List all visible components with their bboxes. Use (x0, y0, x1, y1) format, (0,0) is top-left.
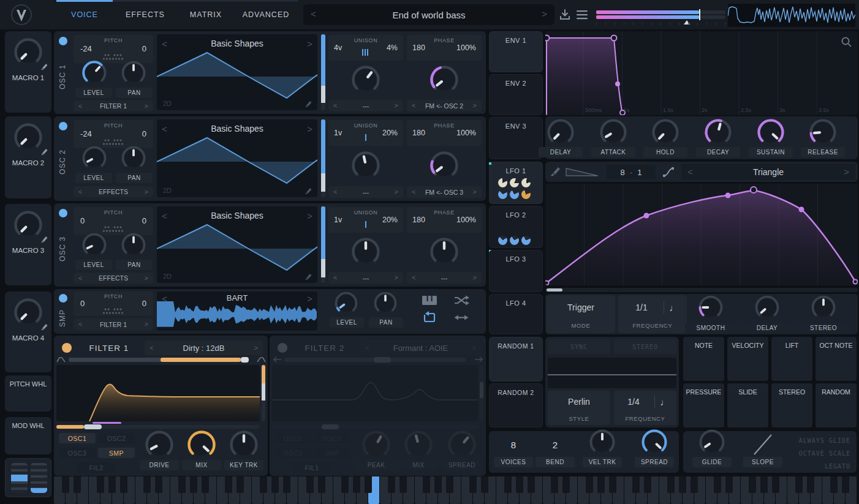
random-display[interactable] (548, 358, 676, 388)
edit-pencil-icon[interactable] (305, 272, 312, 280)
preset-name[interactable]: End of world bass (322, 4, 536, 25)
osc-2-unison-mod-knob[interactable] (352, 151, 380, 182)
wavetable-prev-icon[interactable] (162, 39, 167, 48)
paint-brush-icon[interactable] (550, 166, 562, 178)
piano-key-black[interactable] (446, 476, 453, 493)
osc-1-transpose[interactable]: -24 (80, 44, 92, 53)
filter-2-input-osc1[interactable]: OSC1 (274, 433, 311, 443)
tab-random-2[interactable]: RANDOM 2 (489, 383, 543, 427)
osc-3-unison-voices[interactable]: 1v (334, 216, 342, 224)
lfo-grid-y[interactable]: 1 (637, 168, 641, 177)
edit-pencil-icon[interactable] (40, 235, 48, 243)
osc-3-unison-detune[interactable]: 20% (382, 216, 398, 224)
mod-wheel[interactable] (31, 463, 47, 493)
chevron-right-icon[interactable] (473, 102, 477, 109)
osc-3-unison-box[interactable]: UNISON 1v 20% (328, 207, 403, 233)
lfo-display[interactable] (545, 184, 858, 285)
loop-icon[interactable] (422, 311, 437, 324)
filter-1-enable-button[interactable] (62, 343, 72, 353)
piano-key-black[interactable] (725, 476, 733, 493)
piano-key-black[interactable] (632, 476, 640, 493)
osc-3-wavetable-display[interactable]: Basic Shapes 2D (157, 206, 317, 283)
filter-2-input-fil1[interactable]: FIL1 (293, 462, 331, 473)
osc-2-mod-b-selector[interactable]: FM <- OSC 3 (407, 186, 482, 198)
voice-spread-knob[interactable] (641, 429, 667, 457)
lfo-stereo-knob[interactable] (811, 295, 836, 322)
osc-2-routing-selector[interactable]: EFFECTS (74, 186, 153, 197)
piano-key-black[interactable] (155, 476, 162, 493)
piano-key-black[interactable] (271, 476, 279, 493)
piano-key-black[interactable] (178, 476, 186, 493)
piano-key-black[interactable] (830, 476, 838, 493)
osc-1-pan-knob[interactable] (121, 61, 146, 88)
piano-key-black[interactable] (679, 476, 686, 493)
piano-key-black[interactable] (202, 476, 209, 493)
piano-key-black[interactable] (528, 476, 535, 493)
lfo-frequency-value[interactable]: 1/1 (623, 301, 660, 314)
osc-1-level-knob[interactable] (82, 61, 107, 88)
lfo-smooth-knob[interactable] (698, 295, 723, 322)
smp-level-knob[interactable] (335, 291, 358, 317)
piano-key-black[interactable] (772, 476, 779, 493)
macro-2-knob[interactable] (14, 123, 42, 154)
osc-1-unison-box[interactable]: UNISON 4v 4% (328, 35, 403, 61)
edit-pencil-icon[interactable] (40, 147, 48, 155)
filter-2-enable-button[interactable] (278, 343, 287, 353)
osc-2-phase[interactable]: 180 (412, 129, 425, 137)
lfo-grid-box[interactable]: 8-1 (607, 165, 656, 179)
cutoff-slider-handle[interactable] (241, 357, 249, 363)
piano-key-black[interactable] (108, 476, 116, 493)
osc-3-transpose[interactable]: 0 (80, 216, 85, 225)
osc-1-phase[interactable]: 180 (412, 43, 425, 52)
piano-key-black[interactable] (260, 476, 267, 493)
osc-2-phase-rand[interactable]: 100% (456, 129, 476, 137)
osc-1-fm-amount-knob[interactable] (430, 66, 458, 96)
chevron-right-icon[interactable] (472, 345, 476, 352)
wavetable-next-icon[interactable] (307, 39, 312, 48)
piano-key-black[interactable] (225, 476, 232, 493)
sample-name[interactable]: BART (175, 293, 299, 303)
osc-1-mod-a-selector[interactable]: --- (328, 100, 403, 111)
smp-tune[interactable]: 0 (142, 299, 146, 308)
envelope-display[interactable]: 500ms 1s 1.5s 2s 2.5s 3s 3.5s (545, 31, 858, 115)
osc-1-unison-mod-knob[interactable] (352, 66, 380, 96)
voices-value[interactable]: 8 (495, 437, 532, 452)
smooth-curve-icon[interactable] (662, 165, 675, 179)
tab-lfo-4[interactable]: LFO 4 (489, 294, 543, 334)
chevron-right-icon[interactable] (844, 167, 849, 176)
osc-2-level-knob[interactable] (82, 146, 107, 173)
piano-key-black[interactable] (481, 476, 488, 493)
lfo-shape-selector[interactable]: Triangle (681, 164, 855, 180)
filter-2-input-smp[interactable]: SMP (314, 448, 350, 458)
filter-1-keytrack-slider[interactable] (56, 425, 260, 429)
chevron-right-icon[interactable] (473, 189, 477, 195)
smp-enable-button[interactable] (59, 294, 67, 303)
piano-key-black[interactable] (795, 476, 803, 493)
glide-slope-display[interactable] (751, 431, 775, 457)
filter-2-keytrack-slider[interactable] (272, 425, 478, 429)
osc-1-phase-box[interactable]: PHASE 180 100% (407, 35, 482, 61)
mod-source-stereo[interactable]: STEREO (771, 383, 812, 427)
random-stereo-button[interactable]: STEREO (614, 339, 676, 354)
piano-key-black[interactable] (597, 476, 605, 493)
piano-key-black[interactable] (551, 476, 558, 493)
osc-1-tune[interactable]: 0 (142, 44, 146, 53)
tab-lfo-2[interactable]: LFO 2 (489, 206, 543, 248)
chevron-right-icon[interactable] (254, 345, 258, 352)
lfo-scrollbar[interactable] (545, 288, 858, 292)
osc-3-mod-b-selector[interactable]: --- (407, 272, 482, 284)
wavetable-next-icon[interactable] (307, 124, 312, 134)
osc-3-routing-selector[interactable]: EFFECTS (74, 273, 153, 284)
chevron-right-icon[interactable] (145, 321, 148, 328)
osc-3-tune[interactable]: 0 (142, 216, 146, 225)
cutoff-slider-handle[interactable] (374, 357, 391, 363)
osc-1-level-meter[interactable] (321, 34, 325, 110)
piano-key-black[interactable] (667, 476, 675, 493)
piano-key-black[interactable] (714, 476, 721, 493)
chevron-right-icon[interactable] (395, 102, 398, 109)
piano-key-black[interactable] (341, 476, 349, 493)
menu-icon[interactable] (576, 9, 588, 20)
tab-env-3[interactable]: ENV 3 (489, 117, 543, 159)
preset-browser[interactable]: End of world bass (303, 4, 554, 25)
filter-1-response-display[interactable] (56, 365, 260, 421)
